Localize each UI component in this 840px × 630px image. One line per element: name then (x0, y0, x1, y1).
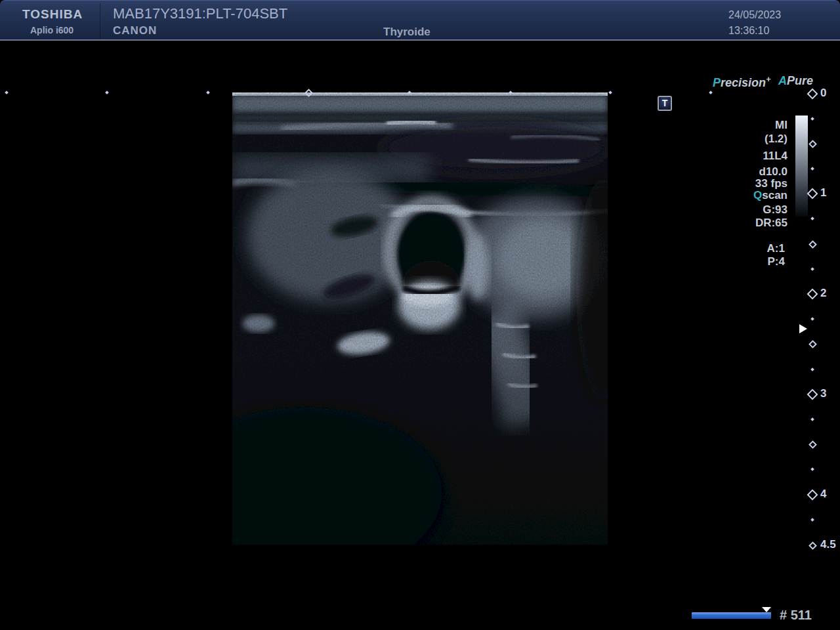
qscan-accent: Q (753, 189, 762, 201)
top-ruler-mark (709, 91, 713, 94)
bmode-image (232, 93, 608, 545)
depth-ruler-label: 0 (820, 87, 826, 100)
date-label: 24/05/2023 (728, 7, 781, 23)
ultrasound-screen: TOSHIBA Aplio i600 MAB17Y3191:PLT-704SBT… (0, 0, 840, 630)
depth-ruler-mark (808, 541, 817, 550)
frame-counter: # 511 (780, 608, 812, 623)
brand-logo: TOSHIBA (22, 7, 83, 22)
depth-ruler-mark (808, 140, 817, 148)
precision-plus: + (766, 74, 771, 84)
exam-id: MAB17Y3191:PLT-704SBT (113, 5, 287, 22)
header-divider (100, 3, 100, 39)
qscan-label: Qscan (753, 189, 788, 202)
orientation-marker-button: T (658, 96, 672, 111)
depth-ruler-mark (808, 240, 817, 249)
header-bar: TOSHIBA Aplio i600 MAB17Y3191:PLT-704SBT… (0, 0, 840, 41)
depth-ruler-mark (807, 289, 818, 300)
apure-accent: A (778, 74, 787, 87)
precision-rest: recision (721, 76, 766, 89)
cine-progress-bar (692, 612, 771, 619)
depth-ruler-label: 2 (820, 287, 826, 300)
depth-ruler-mark (810, 267, 814, 271)
top-ruler-mark (608, 91, 612, 94)
time-label: 13:36:10 (728, 23, 781, 39)
depth-value: d10.0 (759, 165, 788, 178)
transducer-label: 11L4 (763, 150, 788, 163)
machine-model: Aplio i600 (30, 25, 74, 35)
depth-ruler-mark (810, 518, 814, 522)
gain-value: G:93 (763, 203, 788, 217)
mi-label: MI (775, 119, 788, 132)
qscan-rest: scan (762, 189, 788, 201)
depth-ruler-mark (810, 417, 814, 421)
manufacturer-label: CANON (113, 24, 157, 37)
depth-ruler-mark (810, 317, 814, 321)
precision-mode-label: Precision+ (713, 74, 771, 90)
depth-ruler-mark (810, 467, 814, 471)
depth-ruler-label: 4.5 (820, 538, 836, 551)
frame-rate: 33 fps (755, 177, 788, 190)
top-ruler-mark (206, 91, 210, 94)
focus-marker-icon (799, 324, 807, 333)
top-ruler-mark (5, 91, 9, 94)
preset-label: Thyroide (383, 26, 430, 39)
depth-ruler-mark (810, 167, 814, 171)
dynamic-range-value: DR:65 (755, 217, 788, 230)
ultrasound-graphic (232, 93, 608, 545)
p-value: P:4 (768, 255, 785, 268)
apure-rest: Pure (787, 74, 813, 87)
cine-cursor-icon (762, 607, 771, 612)
depth-ruler-mark (807, 389, 818, 400)
a-value: A:1 (767, 242, 785, 255)
depth-ruler-mark (807, 89, 818, 100)
depth-ruler-mark (808, 340, 817, 348)
grayscale-map-bar (795, 116, 808, 217)
top-ruler-mark (105, 91, 109, 94)
precision-accent: P (713, 76, 721, 89)
datetime: 24/05/2023 13:36:10 (728, 7, 781, 39)
depth-ruler-mark (807, 490, 818, 501)
depth-ruler-label: 4 (820, 488, 826, 501)
mi-value: (1.2) (765, 133, 788, 146)
depth-ruler-mark (810, 217, 814, 220)
depth-ruler-label: 3 (820, 387, 826, 400)
apure-mode-label: APure (778, 74, 813, 88)
depth-ruler-mark (808, 440, 817, 449)
depth-ruler-mark (810, 117, 814, 121)
depth-ruler-mark (810, 368, 814, 371)
depth-ruler-mark (807, 188, 818, 200)
depth-ruler-label: 1 (820, 186, 826, 200)
